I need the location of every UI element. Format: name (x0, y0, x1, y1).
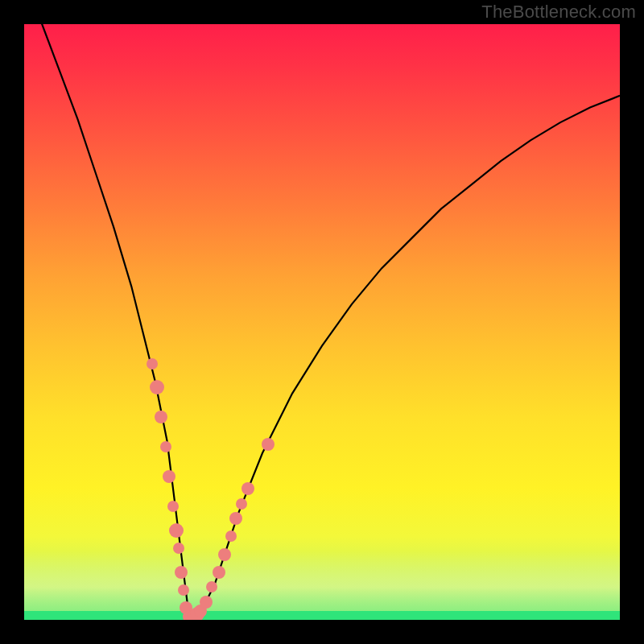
data-point (262, 438, 275, 451)
data-point (236, 498, 247, 510)
data-point (213, 566, 225, 579)
data-point (206, 581, 217, 592)
data-point (242, 482, 254, 495)
data-point (163, 470, 175, 483)
chart-frame: TheBottleneck.com (0, 0, 644, 644)
data-point (175, 566, 188, 579)
data-point (155, 411, 167, 423)
data-point (218, 548, 231, 561)
data-point (150, 380, 164, 394)
data-point (169, 523, 184, 538)
watermark-text: TheBottleneck.com (481, 2, 636, 23)
data-point (173, 543, 184, 554)
data-point (147, 358, 158, 369)
data-point (225, 530, 237, 542)
data-point (178, 584, 189, 596)
data-point (167, 501, 179, 512)
chart-plot-area (24, 24, 620, 620)
data-point (229, 512, 242, 525)
data-point (200, 596, 213, 609)
bottleneck-curve (24, 24, 620, 620)
data-point (160, 441, 171, 452)
